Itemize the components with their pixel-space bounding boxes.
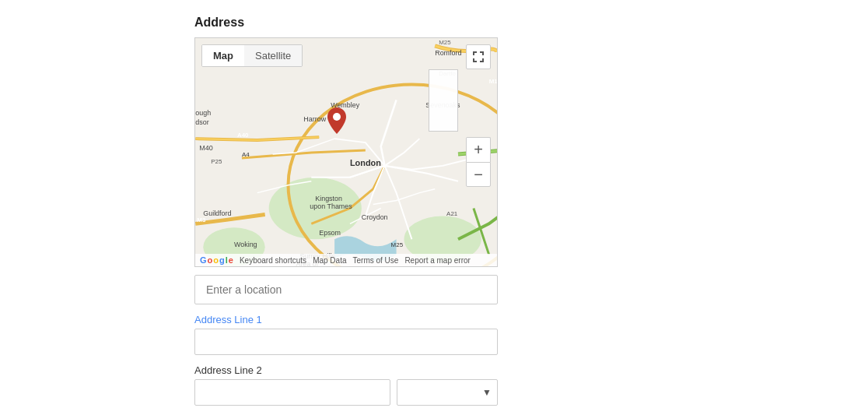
keyboard-shortcuts-link[interactable]: Keyboard shortcuts (240, 256, 306, 265)
map-zoom-controls: + − (466, 137, 491, 187)
map-type-map-button[interactable]: Map (202, 45, 244, 66)
svg-text:M25: M25 (391, 241, 404, 248)
svg-text:A40: A40 (237, 132, 249, 139)
svg-text:A4: A4 (242, 151, 250, 158)
address-line-2-label: Address Line 2 (194, 364, 868, 376)
svg-text:Epsom: Epsom (319, 229, 341, 237)
map-footer: Google Keyboard shortcuts Map Data Terms… (195, 254, 497, 266)
svg-text:upon Thames: upon Thames (310, 202, 352, 210)
map-right-panel (429, 69, 458, 132)
svg-text:M3: M3 (197, 216, 206, 223)
svg-text:ough: ough (195, 109, 211, 117)
map-background: M25 M11 A127 A13 A40 A4 M3 M25 A2 Romfor… (195, 38, 497, 266)
svg-text:M40: M40 (199, 144, 212, 152)
svg-text:M25: M25 (439, 39, 451, 46)
address-line-2-select-wrapper: Option 1 Option 2 ▼ (397, 379, 498, 406)
svg-text:Croydon: Croydon (362, 213, 388, 221)
map-container: M25 M11 A127 A13 A40 A4 M3 M25 A2 Romfor… (194, 37, 498, 267)
fullscreen-icon (472, 51, 485, 63)
svg-text:dsor: dsor (195, 118, 208, 126)
map-type-satellite-button[interactable]: Satellite (244, 45, 302, 66)
address-line-2-text-input[interactable] (194, 379, 390, 406)
address-line-2-select[interactable]: Option 1 Option 2 (397, 379, 498, 406)
location-input-container (194, 275, 498, 304)
svg-text:Harrow: Harrow (303, 115, 326, 123)
map-type-bar: Map Satellite (201, 44, 303, 67)
address-line-1-label: Address Line 1 (194, 314, 868, 325)
section-title: Address (194, 16, 868, 30)
map-data-label: Map Data (313, 256, 346, 265)
map-pin (327, 107, 346, 134)
map-zoom-out-button[interactable]: − (466, 162, 491, 187)
google-logo: Google (200, 255, 233, 265)
svg-text:Woking: Woking (234, 241, 257, 248)
page-container: Address (0, 0, 868, 406)
address-line-2-row: Option 1 Option 2 ▼ (194, 379, 498, 406)
location-input[interactable] (194, 275, 498, 304)
svg-text:A21: A21 (446, 210, 458, 217)
svg-text:Romford: Romford (435, 49, 461, 57)
report-error-link[interactable]: Report a map error (404, 256, 470, 265)
svg-point-35 (333, 113, 341, 121)
svg-text:M11: M11 (489, 78, 497, 85)
svg-text:P25: P25 (211, 158, 222, 165)
svg-text:Kingston: Kingston (315, 195, 342, 202)
address-line-1-input[interactable] (194, 329, 498, 355)
terms-link[interactable]: Terms of Use (352, 256, 398, 265)
svg-text:Guildford: Guildford (203, 209, 231, 217)
map-fullscreen-button[interactable] (466, 44, 491, 69)
map-zoom-in-button[interactable]: + (466, 137, 491, 162)
svg-text:London: London (350, 158, 381, 167)
